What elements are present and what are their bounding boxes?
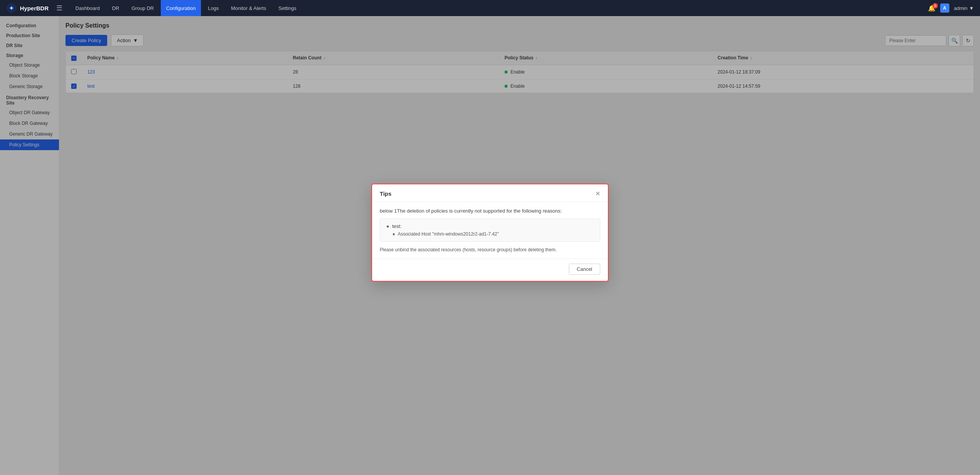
modal-body: below 1The deletion of policies is curre… bbox=[372, 202, 608, 259]
policy-reason-text: Associated Host "mhm-windows2012r2-ad1-7… bbox=[398, 231, 499, 237]
brand-logo bbox=[6, 3, 17, 13]
policy-item-name: test: bbox=[392, 223, 402, 229]
modal-description: below 1The deletion of policies is curre… bbox=[380, 208, 600, 214]
brand-name: HyperBDR bbox=[20, 5, 49, 11]
notification-badge: 9 bbox=[933, 3, 938, 8]
modal-header: Tips ✕ bbox=[372, 184, 608, 202]
modal-policy-item: ● test: bbox=[386, 223, 594, 229]
modal-policy-reason: ● Associated Host "mhm-windows2012r2-ad1… bbox=[392, 231, 594, 237]
nav-right: 🔔 9 A admin ▼ bbox=[928, 3, 974, 13]
hamburger-icon[interactable]: ☰ bbox=[56, 4, 62, 12]
close-icon[interactable]: ✕ bbox=[595, 191, 600, 197]
cancel-button[interactable]: Cancel bbox=[569, 264, 600, 275]
nav-dr[interactable]: DR bbox=[107, 0, 125, 16]
tips-modal: Tips ✕ below 1The deletion of policies i… bbox=[371, 183, 609, 282]
chevron-down-icon: ▼ bbox=[969, 5, 974, 11]
avatar: A bbox=[940, 3, 949, 13]
modal-policy-list: ● test: ● Associated Host "mhm-windows20… bbox=[380, 218, 600, 242]
nav-dashboard[interactable]: Dashboard bbox=[70, 0, 105, 16]
nav-logs[interactable]: Logs bbox=[203, 0, 224, 16]
nav-settings[interactable]: Settings bbox=[273, 0, 302, 16]
bullet-icon: ● bbox=[386, 223, 389, 229]
user-menu[interactable]: admin ▼ bbox=[954, 5, 974, 11]
modal-note: Please unbind the associated resources (… bbox=[380, 247, 600, 252]
nav-configuration[interactable]: Configuration bbox=[161, 0, 201, 16]
sub-bullet-icon: ● bbox=[392, 231, 395, 237]
modal-title: Tips bbox=[380, 190, 392, 197]
nav-monitor-alerts[interactable]: Monitor & Alerts bbox=[225, 0, 271, 16]
brand: HyperBDR bbox=[6, 3, 49, 13]
modal-footer: Cancel bbox=[372, 259, 608, 281]
notification-bell[interactable]: 🔔 9 bbox=[928, 5, 936, 12]
top-nav: HyperBDR ☰ Dashboard DR Group DR Configu… bbox=[0, 0, 980, 16]
nav-group-dr[interactable]: Group DR bbox=[126, 0, 159, 16]
nav-items: Dashboard DR Group DR Configuration Logs… bbox=[70, 0, 928, 16]
